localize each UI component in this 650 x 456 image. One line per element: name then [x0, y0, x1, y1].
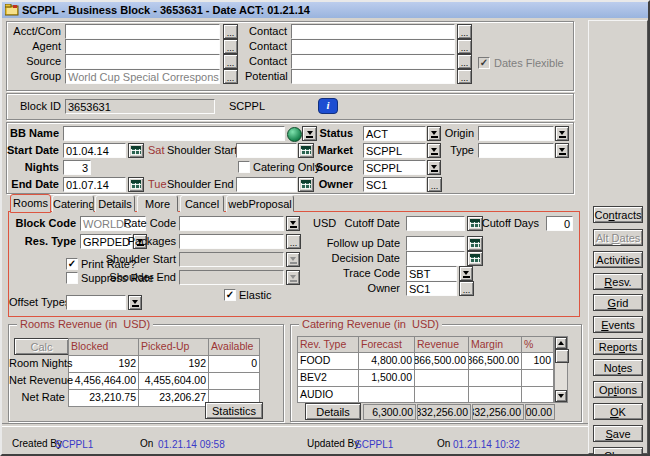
market-label: Market: [297, 144, 353, 157]
cell-revenue: [415, 370, 469, 387]
packages-lookup-button[interactable]: [286, 234, 301, 249]
elastic-checkbox[interactable]: ✓: [224, 289, 236, 301]
contact3-lookup-button[interactable]: [457, 54, 472, 69]
print-rate-checkbox[interactable]: ✓: [66, 258, 78, 270]
rate-code-dropdown-button[interactable]: [286, 216, 300, 231]
scroll-down-button[interactable]: [555, 390, 567, 402]
created-on-value: 01.21.14 09:58: [158, 438, 248, 451]
cell-room-nights-picked: 192: [139, 356, 209, 373]
details-button[interactable]: Details: [305, 403, 361, 420]
contact3-field[interactable]: [291, 54, 455, 69]
agent-lookup-button[interactable]: [223, 39, 238, 54]
bb-source-dropdown-button[interactable]: [427, 160, 441, 175]
reports-button[interactable]: Reports: [593, 338, 643, 355]
source-field[interactable]: [65, 54, 220, 69]
status-field[interactable]: ACT: [363, 126, 426, 141]
rooms-owner-lookup-button[interactable]: [459, 281, 474, 296]
save-button[interactable]: Save: [593, 425, 643, 442]
start-date-calendar-icon[interactable]: [128, 143, 144, 158]
column-header: Forecast: [359, 337, 415, 353]
nights-field[interactable]: 3: [63, 160, 91, 175]
cell-net-rate-picked: 23,206.27: [139, 390, 209, 407]
business-block-window: SCPPL - Business Block - 3653631 - Date …: [0, 0, 650, 456]
catering-table-scrollbar[interactable]: [554, 336, 568, 403]
shoulder-start-field[interactable]: [236, 143, 297, 158]
trace-code-dropdown-button[interactable]: [459, 266, 473, 281]
end-date-calendar-icon[interactable]: [128, 177, 144, 192]
offset-types-dropdown-button[interactable]: [128, 295, 142, 310]
start-date-field[interactable]: 01.04.14: [63, 143, 126, 158]
suppress-rate-checkbox[interactable]: [66, 272, 78, 284]
offset-types-field[interactable]: [66, 295, 126, 310]
decision-date-field[interactable]: [406, 251, 465, 266]
tab-more[interactable]: More: [137, 195, 178, 212]
cutoff-date-field[interactable]: [406, 216, 465, 231]
source-lookup-button[interactable]: [223, 54, 238, 69]
end-date-field[interactable]: 01.07.14: [63, 177, 126, 192]
grid-button[interactable]: Grid: [593, 294, 643, 311]
rooms-shoulder-start-field: [179, 252, 284, 267]
follow-up-date-calendar-icon[interactable]: [467, 236, 483, 251]
tab-catering[interactable]: Catering: [52, 195, 94, 212]
updated-on-value: 01.21.14 10:32: [453, 438, 543, 451]
rooms-shoulder-end-dropdown-button: [286, 270, 300, 285]
origin-field[interactable]: [478, 126, 554, 141]
rate-code-field[interactable]: [179, 216, 284, 231]
scroll-up-button[interactable]: [555, 337, 567, 349]
resv-button[interactable]: Resv.: [593, 273, 643, 290]
bb-source-field[interactable]: SCPPL: [363, 160, 426, 175]
bb-owner-field[interactable]: SC1: [363, 177, 426, 192]
row-label-net-rate: Net Rate: [9, 391, 65, 404]
bb-name-label: BB Name: [7, 127, 59, 140]
tab-rooms[interactable]: Rooms: [10, 194, 51, 213]
close-button[interactable]: Close: [593, 447, 643, 456]
scrollbar-thumb[interactable]: [555, 349, 569, 363]
packages-field[interactable]: [179, 234, 284, 249]
type-dropdown-button[interactable]: [555, 143, 569, 158]
notes-button[interactable]: Notes: [593, 359, 643, 376]
rooms-owner-label: Owner: [320, 282, 400, 295]
app-icon: [5, 4, 19, 16]
acct-com-field[interactable]: [65, 24, 220, 39]
tab-details[interactable]: Details: [95, 195, 135, 212]
contact1-lookup-button[interactable]: [457, 24, 472, 39]
bb-name-field[interactable]: 259218: World Cup Special Corresponsals: [63, 126, 285, 141]
type-field[interactable]: [478, 143, 554, 158]
catering-only-checkbox[interactable]: [238, 161, 250, 173]
info-icon[interactable]: [318, 98, 338, 114]
updated-by-value: SCPPL1: [355, 438, 415, 451]
cutoff-days-field[interactable]: 0: [546, 216, 573, 231]
bb-owner-label: Owner: [297, 178, 353, 191]
tab-cancel[interactable]: Cancel: [180, 195, 224, 212]
agent-field[interactable]: [65, 39, 220, 54]
rooms-shoulder-start-label: Shoulder Start: [104, 253, 176, 266]
source-label: Source: [7, 55, 61, 68]
follow-up-date-field[interactable]: [406, 236, 465, 251]
statistics-button[interactable]: Statistics: [205, 402, 263, 419]
market-field[interactable]: SCPPL: [363, 143, 426, 158]
shoulder-end-field[interactable]: [236, 177, 297, 192]
contact2-field[interactable]: [291, 39, 455, 54]
contact1-field[interactable]: [291, 24, 455, 39]
activities-button[interactable]: Activities: [593, 251, 643, 268]
acct-com-lookup-button[interactable]: [223, 24, 238, 39]
origin-dropdown-button[interactable]: [555, 126, 569, 141]
rooms-owner-field[interactable]: SC1: [406, 281, 457, 296]
potential-lookup-button[interactable]: [457, 69, 472, 84]
contact2-lookup-button[interactable]: [457, 39, 472, 54]
bb-owner-lookup-button[interactable]: [427, 177, 442, 192]
end-date-label: End Date: [7, 178, 59, 191]
title-bar[interactable]: SCPPL - Business Block - 3653631 - Date …: [2, 2, 650, 18]
options-button[interactable]: Options: [593, 381, 643, 398]
dates-flexible-checkbox[interactable]: ✓: [478, 57, 490, 69]
cell-rev-type: FOOD: [298, 353, 359, 370]
contracts-button[interactable]: Contracts: [593, 206, 643, 223]
decision-date-calendar-icon[interactable]: [467, 251, 483, 266]
ok-button[interactable]: OK: [593, 403, 643, 420]
potential-field[interactable]: [291, 69, 455, 84]
events-button[interactable]: Events: [593, 316, 643, 333]
tab-webproposal[interactable]: webProposal: [226, 195, 294, 212]
trace-code-field[interactable]: SBT: [406, 266, 457, 281]
group-lookup-button[interactable]: [223, 69, 238, 84]
cell-net-rate-blocked: 23,210.75: [69, 390, 139, 407]
